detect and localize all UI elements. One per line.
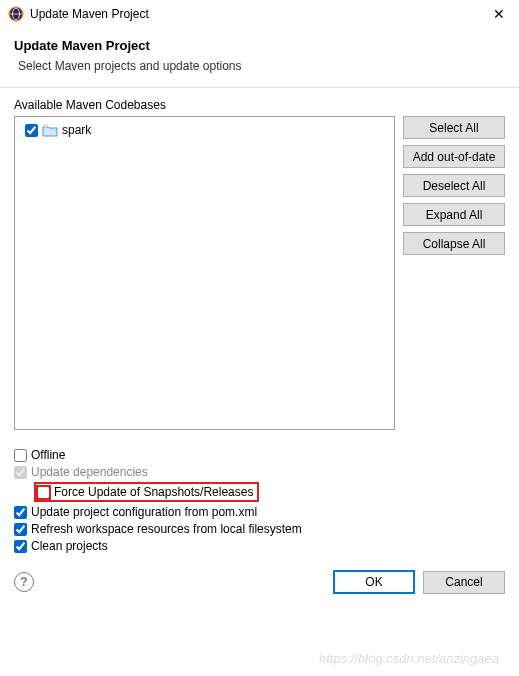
page-title: Update Maven Project: [14, 38, 505, 53]
codebase-label: Available Maven Codebases: [14, 98, 505, 112]
option-offline: Offline: [14, 448, 505, 462]
force-update-label: Force Update of Snapshots/Releases: [54, 485, 253, 499]
main-content: Available Maven Codebases spark Select A…: [0, 88, 519, 436]
update-deps-checkbox: [14, 466, 27, 479]
force-update-highlight: Force Update of Snapshots/Releases: [34, 482, 259, 502]
tree-item-label: spark: [62, 123, 91, 137]
tree-checkbox[interactable]: [25, 124, 38, 137]
dialog-header: Update Maven Project Select Maven projec…: [0, 28, 519, 88]
select-all-button[interactable]: Select All: [403, 116, 505, 139]
tree-buttons: Select All Add out-of-date Deselect All …: [403, 116, 505, 430]
option-clean-projects: Clean projects: [14, 539, 505, 553]
svg-rect-3: [44, 125, 47, 128]
collapse-all-button[interactable]: Collapse All: [403, 232, 505, 255]
update-config-checkbox[interactable]: [14, 506, 27, 519]
update-config-label: Update project configuration from pom.xm…: [31, 505, 257, 519]
clean-projects-label: Clean projects: [31, 539, 108, 553]
update-deps-label: Update dependencies: [31, 465, 148, 479]
option-update-deps: Update dependencies: [14, 465, 505, 479]
titlebar: Update Maven Project ✕: [0, 0, 519, 28]
expand-all-button[interactable]: Expand All: [403, 203, 505, 226]
dialog-footer: ? OK Cancel: [0, 560, 519, 606]
add-out-of-date-button[interactable]: Add out-of-date: [403, 145, 505, 168]
close-icon[interactable]: ✕: [487, 6, 511, 22]
codebase-tree[interactable]: spark: [14, 116, 395, 430]
option-refresh-workspace: Refresh workspace resources from local f…: [14, 522, 505, 536]
deselect-all-button[interactable]: Deselect All: [403, 174, 505, 197]
force-update-checkbox[interactable]: [37, 486, 50, 499]
cancel-button[interactable]: Cancel: [423, 571, 505, 594]
option-update-config: Update project configuration from pom.xm…: [14, 505, 505, 519]
refresh-workspace-checkbox[interactable]: [14, 523, 27, 536]
folder-icon: [42, 124, 58, 137]
offline-label: Offline: [31, 448, 65, 462]
help-icon[interactable]: ?: [14, 572, 34, 592]
page-subtitle: Select Maven projects and update options: [18, 59, 505, 73]
options-group: Offline Update dependencies Force Update…: [0, 436, 519, 560]
help-area: ?: [14, 572, 325, 592]
eclipse-icon: [8, 6, 24, 22]
ok-button[interactable]: OK: [333, 570, 415, 594]
option-force-update: Force Update of Snapshots/Releases: [14, 482, 505, 502]
offline-checkbox[interactable]: [14, 449, 27, 462]
window-title: Update Maven Project: [30, 7, 487, 21]
clean-projects-checkbox[interactable]: [14, 540, 27, 553]
tree-item[interactable]: spark: [19, 121, 390, 139]
refresh-workspace-label: Refresh workspace resources from local f…: [31, 522, 302, 536]
watermark-text: https://blog.csdn.net/anzingaea: [319, 651, 499, 666]
